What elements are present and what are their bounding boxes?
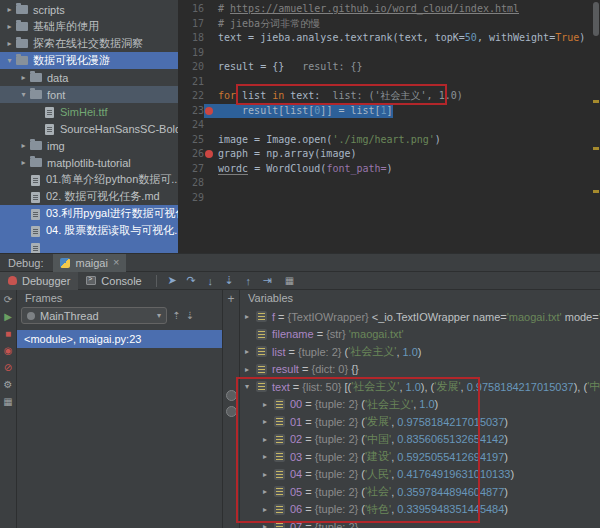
chevron-right-icon[interactable]: ▸ — [263, 435, 274, 444]
close-icon[interactable]: × — [113, 257, 119, 268]
editor-line[interactable]: 24 — [178, 118, 600, 133]
tree-item-file[interactable]: 03.利用pygal进行数据可视化 — [0, 205, 178, 222]
run-to-cursor-icon[interactable]: ⇥ — [258, 274, 277, 287]
show-execution-point-icon[interactable]: ➤ — [163, 274, 182, 287]
chevron-right-icon[interactable]: ▸ — [18, 73, 29, 82]
tree-item-file[interactable]: SimHei.ttf — [0, 103, 178, 120]
variable-row[interactable]: ▸02 = {tuple: 2} ('中国', 0.83560651326541… — [240, 431, 600, 449]
warning-stripe-mark[interactable] — [593, 100, 599, 103]
chevron-right-icon[interactable]: ▸ — [4, 39, 15, 48]
frame-row[interactable]: <module>, maigai.py:23 — [17, 330, 222, 348]
chevron-right-icon[interactable]: ▸ — [263, 400, 274, 409]
variable-value: ) — [435, 398, 439, 410]
restore-layout-icon[interactable]: ▦ — [285, 275, 294, 286]
tree-item-folder[interactable]: ▸scripts — [0, 1, 178, 18]
tree-item-folder[interactable]: ▸matplotlib-tutorial — [0, 154, 178, 171]
chevron-right-icon[interactable]: ▸ — [263, 487, 274, 496]
chevron-right-icon[interactable]: ▸ — [263, 452, 274, 461]
editor-line[interactable]: 18text = jieba.analyse.textrank(text, to… — [178, 31, 600, 46]
editor-scrollbar[interactable] — [593, 2, 599, 36]
line-number: 24 — [178, 118, 204, 133]
variable-row[interactable]: ▸07 = {tuple: 2} — [240, 518, 600, 528]
editor-line[interactable]: 22for list in text: list: ('社会主义', 1.0) — [178, 89, 600, 104]
variable-type: {str} — [326, 328, 349, 340]
chevron-right-icon[interactable]: ▸ — [245, 365, 256, 374]
variable-row[interactable]: filename = {str} 'maogai.txt' — [240, 326, 600, 344]
editor-line[interactable]: 21 — [178, 75, 600, 90]
tree-item-folder[interactable]: ▸img — [0, 137, 178, 154]
editor-line[interactable]: 29 — [178, 191, 600, 206]
tree-item-folder[interactable]: ▾数据可视化漫游 — [0, 52, 178, 69]
view-options-icon[interactable] — [226, 406, 237, 417]
resume-icon[interactable]: ▶ — [4, 310, 12, 323]
tree-item-folder[interactable]: ▸基础库的使用 — [0, 18, 178, 35]
view-breakpoints-icon[interactable]: ◉ — [4, 344, 13, 357]
chevron-right-icon[interactable]: ▸ — [245, 312, 256, 321]
chevron-right-icon[interactable]: ▸ — [263, 505, 274, 514]
chevron-right-icon[interactable]: ▸ — [263, 470, 274, 479]
variable-row[interactable]: ▸05 = {tuple: 2} ('社会', 0.35978448946048… — [240, 483, 600, 501]
variable-name: 07 — [290, 521, 302, 528]
chevron-right-icon[interactable]: ▸ — [18, 158, 29, 167]
editor-line[interactable]: 23 result[list[0]] = list[1] — [178, 104, 600, 119]
chevron-right-icon[interactable]: ▸ — [18, 141, 29, 150]
warning-stripe-mark[interactable] — [593, 190, 599, 193]
step-over-icon[interactable]: ↷ — [182, 274, 201, 287]
editor-line[interactable]: 19 — [178, 46, 600, 61]
next-frame-icon[interactable]: ⇣ — [185, 310, 193, 321]
editor-line[interactable]: 28 — [178, 176, 600, 191]
evaluate-icon[interactable] — [226, 390, 237, 401]
tree-item-file[interactable]: 04. 股票数据读取与可视化.m — [0, 222, 178, 239]
tree-item-file[interactable] — [0, 239, 178, 253]
previous-frame-icon[interactable]: ⇡ — [172, 310, 180, 321]
variable-row[interactable]: ▸list = {tuple: 2} ('社会主义', 1.0) — [240, 343, 600, 361]
tree-item-folder[interactable]: ▸data — [0, 69, 178, 86]
tree-item-file[interactable]: SourceHanSansSC-Bold — [0, 120, 178, 137]
chevron-right-icon[interactable]: ▸ — [263, 522, 274, 528]
editor-line[interactable]: 17# jieba分词非常的慢 — [178, 17, 600, 32]
stop-icon[interactable]: ■ — [5, 327, 11, 340]
step-out-icon[interactable]: ↑ — [239, 275, 258, 287]
rerun-debug-icon[interactable]: ⟳ — [4, 293, 12, 306]
variable-row[interactable]: ▸01 = {tuple: 2} ('发展', 0.97581842170150… — [240, 413, 600, 431]
code-editor[interactable]: 16# https://amueller.github.io/word_clou… — [178, 0, 600, 253]
editor-line[interactable]: 27wordc = WordCloud(font_path=) — [178, 162, 600, 177]
thread-selector[interactable]: MainThread ▾ — [21, 307, 167, 324]
editor-line[interactable]: 16# https://amueller.github.io/word_clou… — [178, 2, 600, 17]
editor-line[interactable]: 20result = {} result: {} — [178, 60, 600, 75]
chevron-down-icon[interactable]: ▾ — [245, 382, 256, 391]
breakpoint-icon[interactable] — [205, 107, 213, 115]
step-into-my-code-icon[interactable]: ⇣ — [220, 274, 239, 287]
tree-item-file[interactable]: 01.简单介绍python数据可.. — [0, 171, 178, 188]
chevron-right-icon[interactable]: ▸ — [245, 347, 256, 356]
code-token: list: ('社会主义', 1.0) — [320, 90, 462, 101]
pin-icon[interactable]: ▦ — [3, 395, 12, 408]
tree-item-folder[interactable]: ▾font — [0, 86, 178, 103]
tree-item-folder[interactable]: ▸探索在线社交数据洞察 — [0, 35, 178, 52]
variable-row[interactable]: ▾text = {list: 50} [('社会主义', 1.0), ('发展'… — [240, 378, 600, 396]
add-watch-icon[interactable]: + — [223, 292, 239, 306]
mute-breakpoints-icon[interactable]: ⊘ — [4, 361, 12, 374]
chevron-down-icon[interactable]: ▾ — [4, 56, 15, 65]
breakpoint-icon[interactable] — [205, 150, 213, 158]
settings-icon[interactable]: ⚙ — [4, 378, 13, 391]
variable-row[interactable]: ▸f = {TextIOWrapper} <_io.TextIOWrapper … — [240, 308, 600, 326]
step-into-icon[interactable]: ↓ — [201, 275, 220, 287]
editor-line[interactable]: 26graph = np.array(image) — [178, 147, 600, 162]
warning-stripe-mark[interactable] — [593, 147, 599, 150]
tree-item-file[interactable]: 02. 数据可视化任务.md — [0, 188, 178, 205]
variable-row[interactable]: ▸04 = {tuple: 2} ('人民', 0.41764919631010… — [240, 466, 600, 484]
tab-debugger[interactable]: Debugger — [0, 272, 78, 290]
code-token: ) — [387, 163, 393, 174]
chevron-right-icon[interactable]: ▸ — [4, 22, 15, 31]
editor-line[interactable]: 25image = Image.open('./img/heart.png') — [178, 133, 600, 148]
tab-console[interactable]: Console — [78, 272, 149, 290]
chevron-right-icon[interactable]: ▸ — [263, 417, 274, 426]
variable-row[interactable]: ▸result = {dict: 0} {} — [240, 361, 600, 379]
variable-row[interactable]: ▸03 = {tuple: 2} ('建设', 0.59250554126941… — [240, 448, 600, 466]
chevron-down-icon[interactable]: ▾ — [18, 90, 29, 99]
variable-row[interactable]: ▸00 = {tuple: 2} ('社会主义', 1.0) — [240, 396, 600, 414]
chevron-right-icon[interactable]: ▸ — [4, 5, 15, 14]
debug-tab-maigai[interactable]: maigai × — [53, 254, 126, 272]
variable-row[interactable]: ▸06 = {tuple: 2} ('特色', 0.33959483514454… — [240, 501, 600, 519]
